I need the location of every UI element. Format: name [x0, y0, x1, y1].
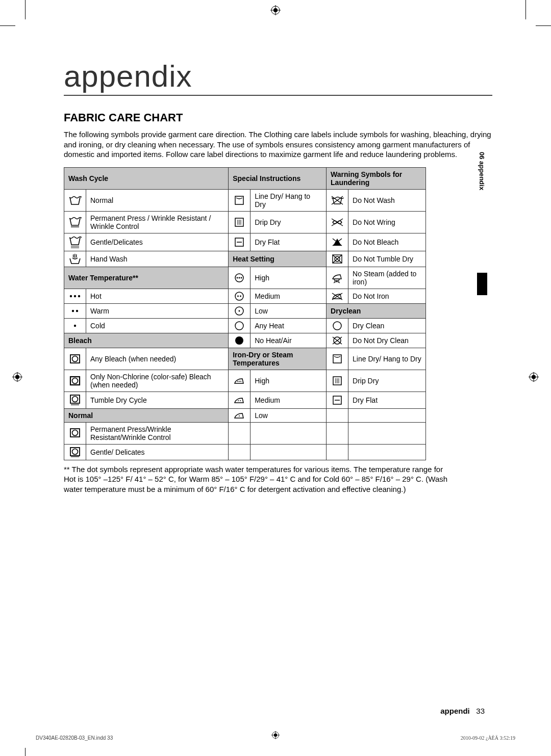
svg-point-44 [235, 292, 243, 300]
cell: Do Not Dry Clean [348, 333, 426, 348]
registration-mark-top [270, 5, 281, 18]
cell: High [251, 267, 327, 289]
heat-medium-icon [229, 289, 251, 303]
cell: High [251, 370, 327, 392]
do-not-wring-icon [327, 211, 348, 233]
cell: Dry Flat [251, 233, 327, 251]
empty-cell [251, 422, 327, 444]
svg-rect-12 [235, 196, 243, 204]
page-number: appendi 33 [440, 707, 485, 715]
hdr-special: Special Instructions [229, 167, 327, 189]
svg-point-7 [15, 375, 19, 379]
empty-icon [229, 444, 251, 460]
empty-icon [327, 444, 348, 460]
svg-point-42 [74, 295, 76, 297]
cell: No Steam (added to iron) [348, 267, 426, 289]
svg-point-61 [72, 356, 78, 361]
svg-point-49 [72, 309, 74, 311]
iron-medium-icon [229, 392, 251, 408]
svg-point-64 [72, 378, 78, 383]
any-bleach-icon [64, 348, 86, 370]
svg-point-79 [239, 415, 240, 416]
hdr-warning: Warning Symbols for Laundering [327, 167, 426, 189]
svg-point-53 [74, 324, 76, 326]
hdr-normal: Normal [64, 408, 229, 422]
svg-point-34 [239, 277, 240, 278]
cell: Gentle/Delicates [86, 233, 229, 251]
cell: Normal [86, 189, 229, 211]
cell: Low [251, 408, 327, 422]
cell: Low [251, 303, 327, 318]
do-not-tumble-icon [327, 251, 348, 267]
fabric-care-table: Wash Cycle Special Instructions Warning … [64, 167, 426, 460]
svg-point-81 [72, 430, 78, 435]
line-dry-icon-2 [327, 348, 348, 370]
cell: Gentle/ Delicates [86, 444, 229, 460]
svg-rect-62 [333, 355, 341, 363]
dry-flat-icon-2 [327, 392, 348, 408]
dry-clean-icon [327, 318, 348, 333]
drip-dry-icon [229, 211, 251, 233]
svg-point-35 [241, 277, 242, 278]
svg-point-50 [76, 309, 78, 311]
svg-point-11 [532, 375, 536, 379]
tumble-dry-cycle-icon [64, 392, 86, 408]
cell: Dry Flat [348, 392, 426, 408]
registration-mark-bottom [271, 731, 280, 741]
do-not-bleach-icon [327, 233, 348, 251]
cell: Permanent Press/Wrinkle Resistant/Wrinkl… [86, 422, 229, 444]
svg-point-67 [240, 381, 241, 382]
do-not-wash-icon [327, 189, 348, 211]
do-not-iron-icon [327, 289, 348, 303]
empty-icon [327, 408, 348, 422]
cell: Line Dry/ Hang to Dry [348, 348, 426, 370]
section-heading: FABRIC CARE CHART [64, 111, 492, 124]
iron-low-icon [229, 408, 251, 422]
temp-warm-icon [64, 303, 86, 318]
cell: Medium [251, 289, 327, 303]
cell: Permanent Press / Wrinkle Resistant / Wr… [86, 211, 229, 233]
cell: Do Not Tumble Dry [348, 251, 426, 267]
footer-left: DV340AE-02820B-03_EN.indd 33 [36, 735, 113, 741]
page-title: appendix [64, 59, 492, 96]
svg-point-55 [333, 322, 341, 330]
page-num-value: 33 [476, 707, 485, 715]
registration-mark-left [12, 372, 22, 384]
no-steam-icon [327, 267, 348, 289]
hdr-heat-setting: Heat Setting [229, 251, 327, 267]
cell: Hot [86, 289, 229, 303]
heat-low-icon [229, 303, 251, 318]
heat-high-icon [229, 267, 251, 289]
hdr-water-temp: Water Temperature** [64, 267, 229, 289]
cell: Hand Wash [86, 251, 229, 267]
registration-mark-right [529, 372, 539, 384]
empty-cell [348, 408, 426, 422]
svg-point-3 [273, 8, 278, 12]
svg-point-66 [239, 381, 240, 382]
cell: Do Not Wash [348, 189, 426, 211]
cell: Drip Dry [251, 211, 327, 233]
svg-point-52 [239, 310, 240, 311]
wash-gentle-icon [64, 233, 86, 251]
svg-point-73 [72, 396, 78, 402]
non-chlorine-bleach-icon [64, 370, 86, 392]
hdr-dryclean: Dryclean [327, 303, 426, 318]
cell: Line Dry/ Hang to Dry [251, 189, 327, 211]
wash-perm-press-icon [64, 211, 86, 233]
no-heat-icon [229, 333, 251, 348]
svg-point-43 [78, 295, 80, 297]
dry-flat-icon [229, 233, 251, 251]
cell: Do Not Iron [348, 289, 426, 303]
wash-normal-icon [64, 189, 86, 211]
empty-cell [348, 422, 426, 444]
drip-dry-icon-2 [327, 370, 348, 392]
line-dry-icon [229, 189, 251, 211]
footer-right: 2010-09-02 ¿ÀÈÄ 3:52:19 [461, 735, 515, 741]
empty-cell [251, 444, 327, 460]
cell: Warm [86, 303, 229, 318]
empty-cell [348, 444, 426, 460]
cell: Do Not Bleach [348, 233, 426, 251]
heat-any-icon [229, 318, 251, 333]
empty-icon [229, 422, 251, 444]
cell: Tumble Dry Cycle [86, 392, 229, 408]
